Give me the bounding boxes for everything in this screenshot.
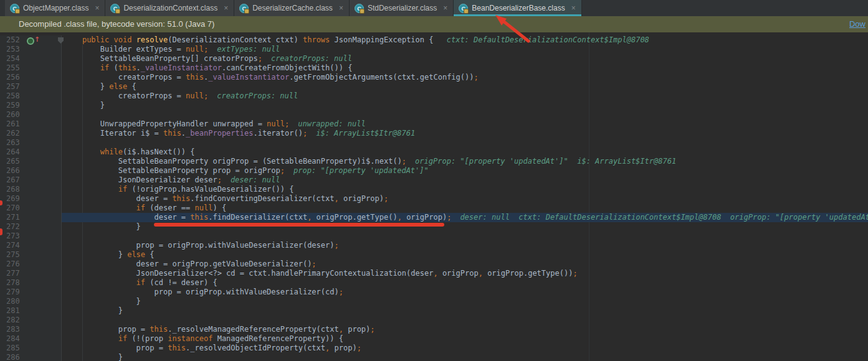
code-text[interactable]: UnwrappedPropertyHandler unwrapped = nul… [62, 120, 868, 129]
code-text[interactable]: prop = this._resolveManagedReferenceProp… [62, 325, 868, 334]
code-text[interactable]: deser = origProp.getValueDeserializer(); [62, 260, 868, 269]
code-text[interactable]: deser = this.findDeserializer(ctxt, orig… [62, 213, 868, 222]
line-number[interactable]: 266 [6, 166, 20, 176]
line-number[interactable]: 261 [6, 120, 20, 129]
line-number[interactable]: 260 [6, 110, 20, 120]
line-number[interactable]: 284 [6, 334, 20, 344]
line-number[interactable]: 262 [6, 129, 20, 138]
gutter[interactable]: 253 [0, 45, 62, 54]
line-number[interactable]: 273 [6, 232, 20, 241]
code-text[interactable]: while(i$.hasNext()) { [62, 148, 868, 157]
tab-objectmapper-class[interactable]: CObjectMapper.class× [5, 0, 105, 16]
gutter[interactable]: 256 [0, 73, 62, 82]
gutter[interactable]: 266 [0, 166, 62, 176]
gutter[interactable]: 277 [0, 269, 62, 278]
code-text[interactable] [62, 138, 868, 148]
download-link[interactable]: Dow [849, 16, 868, 32]
line-number[interactable]: 257 [6, 82, 20, 91]
code-text[interactable]: } [62, 101, 868, 110]
gutter[interactable]: 282 [0, 316, 62, 325]
code-text[interactable]: if (!origProp.hasValueDeserializer()) { [62, 185, 868, 194]
gutter[interactable]: 265 [0, 157, 62, 166]
line-number[interactable]: 278 [6, 278, 20, 288]
tab-stddeserializer-class[interactable]: CStdDeserializer.class× [350, 0, 454, 16]
gutter[interactable]: 261 [0, 120, 62, 129]
gutter[interactable]: 273 [0, 232, 62, 241]
code-text[interactable]: if (!(prop instanceof ManagedReferencePr… [62, 334, 868, 344]
gutter[interactable]: 286 [0, 353, 62, 361]
line-number[interactable]: 258 [6, 91, 20, 101]
code-text[interactable] [62, 316, 868, 325]
line-number[interactable]: 264 [6, 148, 20, 157]
line-number[interactable]: 263 [6, 138, 20, 148]
gutter[interactable]: 255 [0, 63, 62, 73]
line-number[interactable]: 259 [6, 101, 20, 110]
close-icon[interactable]: × [571, 4, 576, 12]
close-icon[interactable]: × [339, 4, 343, 12]
line-number[interactable]: 274 [6, 241, 20, 250]
line-number[interactable]: 254 [6, 54, 20, 63]
gutter[interactable]: 283 [0, 325, 62, 334]
line-number[interactable]: 286 [6, 353, 20, 361]
code-text[interactable]: SettableBeanProperty prop = origProp;pro… [62, 166, 868, 176]
code-text[interactable]: } else { [62, 250, 868, 260]
gutter[interactable]: 284 [0, 334, 62, 344]
code-text[interactable]: Iterator i$ = this._beanProperties.itera… [62, 129, 868, 138]
line-number[interactable]: 268 [6, 185, 20, 194]
line-number[interactable]: 253 [6, 45, 20, 54]
line-number[interactable]: 252 [6, 35, 20, 45]
gutter[interactable]: 267 [0, 176, 62, 185]
tab-deserializationcontext-class[interactable]: CDeserializationContext.class× [105, 0, 234, 16]
code-text[interactable]: } [62, 297, 868, 306]
code-text[interactable]: Builder extTypes = null;extTypes: null [62, 45, 868, 54]
code-text[interactable] [62, 110, 868, 120]
line-number[interactable]: 279 [6, 288, 20, 297]
gutter[interactable]: 278 [0, 278, 62, 288]
code-text[interactable]: JsonDeserializer<?> cd = ctxt.handlePrim… [62, 269, 868, 278]
gutter[interactable]: 274 [0, 241, 62, 250]
line-number[interactable]: 275 [6, 250, 20, 260]
code-text[interactable]: prop = origProp.withValueDeserializer(cd… [62, 288, 868, 297]
gutter[interactable]: 268 [0, 185, 62, 194]
code-text[interactable]: SettableBeanProperty[] creatorProps;crea… [62, 54, 868, 63]
code-text[interactable]: } [62, 306, 868, 316]
gutter[interactable]: 263 [0, 138, 62, 148]
code-text[interactable]: creatorProps = this._valueInstantiator.g… [62, 73, 868, 82]
code-text[interactable] [62, 232, 868, 241]
line-number[interactable]: 271 [6, 213, 20, 222]
close-icon[interactable]: × [95, 4, 99, 12]
override-method-icon[interactable] [27, 37, 34, 45]
gutter[interactable]: 272 [0, 222, 62, 232]
code-text[interactable]: prop = this._resolvedObjectIdProperty(ct… [62, 344, 868, 353]
line-number[interactable]: 256 [6, 73, 20, 82]
line-number[interactable]: 283 [6, 325, 20, 334]
code-text[interactable]: public void resolve(DeserializationConte… [62, 35, 868, 45]
code-text[interactable]: prop = origProp.withValueDeserializer(de… [62, 241, 868, 250]
line-number[interactable]: 267 [6, 176, 20, 185]
line-number[interactable]: 265 [6, 157, 20, 166]
line-number[interactable]: 276 [6, 260, 20, 269]
tab-beandeserializerbase-class[interactable]: CBeanDeserializerBase.class× [454, 0, 581, 16]
tab-deserializercache-class[interactable]: CDeserializerCache.class× [234, 0, 350, 16]
close-icon[interactable]: × [224, 4, 228, 12]
code-text[interactable]: if (deser == null) { [62, 204, 868, 213]
code-text[interactable]: JsonDeserializer deser;deser: null [62, 176, 868, 185]
gutter[interactable]: 269 [0, 194, 62, 204]
gutter[interactable]: 260 [0, 110, 62, 120]
line-number[interactable]: 269 [6, 194, 20, 204]
gutter[interactable]: 279 [0, 288, 62, 297]
line-number[interactable]: 255 [6, 63, 20, 73]
line-number[interactable]: 285 [6, 344, 20, 353]
line-number[interactable]: 280 [6, 297, 20, 306]
gutter[interactable]: 257 [0, 82, 62, 91]
gutter[interactable]: 264 [0, 148, 62, 157]
code-text[interactable]: deser = this.findConvertingDeserializer(… [62, 194, 868, 204]
code-text[interactable]: } [62, 353, 868, 361]
line-number[interactable]: 272 [6, 222, 20, 232]
code-text[interactable]: creatorProps = null;creatorProps: null [62, 91, 868, 101]
line-number[interactable]: 282 [6, 316, 20, 325]
gutter[interactable]: 275 [0, 250, 62, 260]
gutter[interactable]: 271 [0, 213, 62, 222]
gutter[interactable]: 262 [0, 129, 62, 138]
gutter[interactable]: 276 [0, 260, 62, 269]
